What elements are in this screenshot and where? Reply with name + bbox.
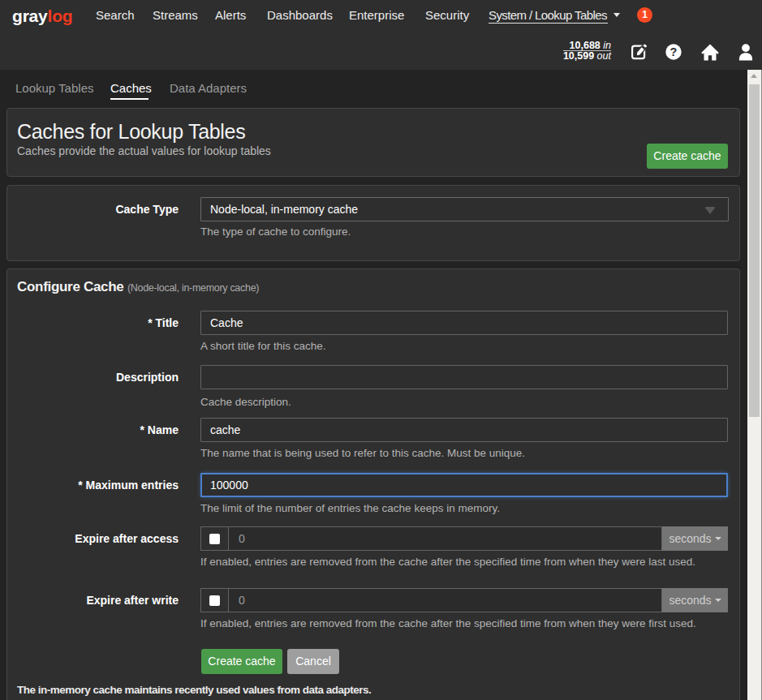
svg-text:?: ? <box>670 45 678 58</box>
